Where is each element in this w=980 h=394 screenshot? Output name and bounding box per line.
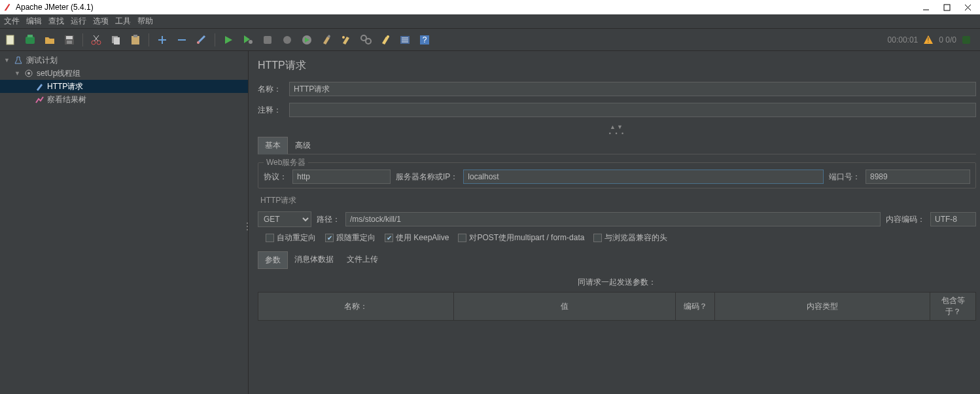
subtab-params[interactable]: 参数 [258, 251, 288, 269]
encoding-input[interactable] [930, 212, 976, 226]
start-no-pause-icon[interactable] [240, 32, 256, 48]
save-icon[interactable] [61, 32, 77, 48]
menu-search[interactable]: 查找 [48, 16, 64, 27]
http-request-group: HTTP请求 GET 路径： 内容编码： 自动重定向 ✔跟随重定向 ✔使用 Ke… [258, 195, 976, 243]
open-icon[interactable] [42, 32, 58, 48]
collapse-icon[interactable] [174, 32, 190, 48]
drag-handle[interactable]: • • • [258, 130, 976, 137]
svg-point-11 [97, 41, 101, 45]
function-helper-icon[interactable] [397, 32, 413, 48]
port-input[interactable] [866, 170, 970, 184]
run-indicator-icon [962, 35, 971, 45]
svg-text:!: ! [928, 37, 930, 44]
multipart-checkbox[interactable]: 对POST使用multipart / form-data [458, 232, 584, 243]
method-select[interactable]: GET [258, 211, 311, 227]
tree-thread-group-label: setUp线程组 [37, 68, 80, 79]
subtab-body[interactable]: 消息体数据 [288, 251, 340, 269]
svg-point-28 [366, 39, 371, 44]
col-value[interactable]: 值 [454, 293, 676, 321]
reset-search-icon[interactable] [377, 32, 393, 48]
menu-edit[interactable]: 编辑 [26, 16, 42, 27]
server-input[interactable] [463, 170, 824, 184]
tree-test-plan[interactable]: ▼ 测试计划 [0, 54, 248, 67]
copy-icon[interactable] [108, 32, 124, 48]
subtab-upload[interactable]: 文件上传 [340, 251, 385, 269]
svg-point-10 [92, 41, 96, 45]
stop-icon[interactable] [260, 32, 275, 48]
warning-icon[interactable]: ! [923, 35, 934, 45]
body-tabs: 参数 消息体数据 文件上传 [258, 251, 976, 269]
tree-http-request-label: HTTP请求 [47, 81, 83, 92]
clear-all-icon[interactable] [338, 32, 354, 48]
templates-icon[interactable] [22, 32, 38, 48]
clear-icon[interactable] [319, 32, 334, 48]
svg-point-39 [27, 72, 30, 75]
svg-rect-6 [27, 35, 33, 37]
menu-run[interactable]: 运行 [71, 16, 86, 27]
menu-options[interactable]: 选项 [93, 16, 109, 27]
svg-rect-5 [26, 37, 35, 44]
svg-point-29 [387, 35, 389, 38]
toggle-icon[interactable] [194, 32, 209, 48]
keepalive-checkbox[interactable]: ✔使用 KeepAlive [385, 232, 449, 243]
svg-rect-9 [67, 41, 72, 44]
svg-rect-4 [7, 35, 14, 45]
web-server-group: Web服务器 协议： 服务器名称或IP： 端口号： [258, 162, 976, 188]
svg-line-13 [94, 35, 98, 41]
svg-point-22 [249, 40, 253, 44]
follow-redirect-checkbox[interactable]: ✔跟随重定向 [325, 232, 376, 243]
path-input[interactable] [345, 212, 881, 226]
close-button[interactable] [963, 3, 972, 12]
comment-label: 注释： [258, 105, 284, 116]
chart-icon [34, 94, 44, 105]
protocol-input[interactable] [292, 170, 391, 184]
name-input[interactable] [289, 82, 976, 96]
app-icon [3, 3, 12, 12]
col-name[interactable]: 名称： [258, 293, 454, 321]
search-icon[interactable] [358, 32, 374, 48]
expand-icon[interactable] [154, 32, 170, 48]
editor-title: HTTP请求 [258, 59, 976, 73]
col-ctype[interactable]: 内容类型 [715, 293, 930, 321]
remote-start-icon[interactable] [299, 32, 315, 48]
tree-thread-group[interactable]: ▼ setUp线程组 [0, 67, 248, 80]
tab-advanced[interactable]: 高级 [288, 137, 318, 154]
tree-test-plan-label: 测试计划 [26, 55, 58, 66]
svg-rect-1 [944, 5, 950, 10]
auto-redirect-checkbox[interactable]: 自动重定向 [266, 232, 316, 243]
col-encode[interactable]: 编码？ [676, 293, 715, 321]
menu-tools[interactable]: 工具 [115, 16, 131, 27]
svg-rect-15 [114, 37, 120, 45]
maximize-button[interactable] [942, 3, 951, 12]
svg-rect-17 [133, 35, 137, 37]
test-plan-tree[interactable]: ▼ 测试计划 ▼ setUp线程组 HTTP请求 察看结果树 [0, 51, 249, 394]
port-label: 端口号： [829, 171, 860, 183]
encoding-label: 内容编码： [886, 214, 925, 225]
tab-basic[interactable]: 基本 [258, 137, 288, 154]
collapse-handle[interactable]: ▲▼ [258, 124, 976, 130]
web-server-label: Web服务器 [264, 157, 308, 168]
browser-headers-checkbox[interactable]: 与浏览器兼容的头 [593, 232, 667, 243]
server-label: 服务器名称或IP： [396, 171, 458, 183]
tree-view-results[interactable]: 察看结果树 [0, 93, 248, 106]
cut-icon[interactable] [88, 32, 104, 48]
menu-file[interactable]: 文件 [4, 16, 20, 27]
help-icon[interactable]: ? [417, 32, 432, 48]
new-icon[interactable] [3, 32, 18, 48]
svg-rect-8 [66, 36, 73, 39]
minimize-button[interactable] [921, 3, 930, 12]
params-table[interactable]: 名称： 值 编码？ 内容类型 包含等于？ [258, 292, 976, 321]
comment-input[interactable] [289, 103, 976, 117]
svg-line-12 [94, 35, 99, 41]
shutdown-icon[interactable] [279, 32, 295, 48]
menu-help[interactable]: 帮助 [137, 16, 153, 27]
titlebar: Apache JMeter (5.4.1) [0, 0, 980, 14]
start-icon[interactable] [220, 32, 236, 48]
svg-point-26 [342, 36, 345, 39]
chevron-down-icon[interactable]: ▼ [4, 57, 10, 63]
col-include[interactable]: 包含等于？ [930, 293, 976, 321]
chevron-down-icon[interactable]: ▼ [14, 70, 21, 77]
tree-http-request[interactable]: HTTP请求 [0, 80, 248, 93]
paste-icon[interactable] [128, 32, 143, 48]
splitter-handle[interactable] [246, 223, 249, 236]
